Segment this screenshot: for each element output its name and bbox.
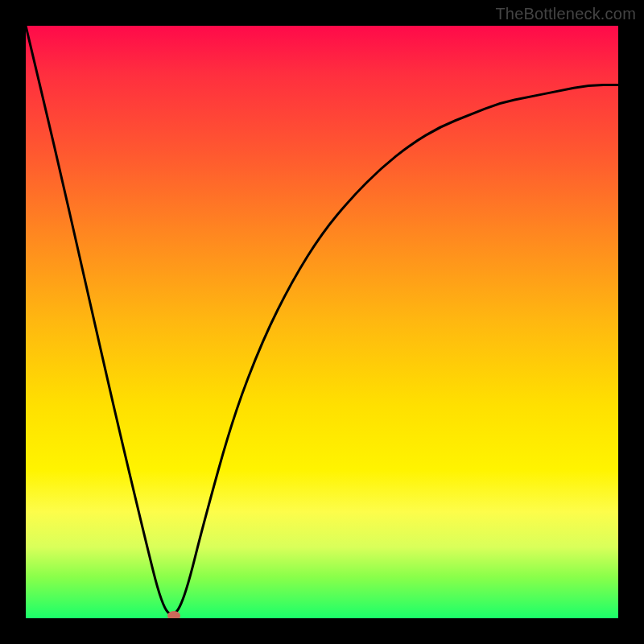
curve-layer [26, 26, 618, 618]
bottleneck-curve [26, 26, 618, 614]
plot-area [26, 26, 618, 618]
attribution-label: TheBottleneck.com [495, 5, 636, 23]
chart-frame: TheBottleneck.com [0, 0, 644, 644]
